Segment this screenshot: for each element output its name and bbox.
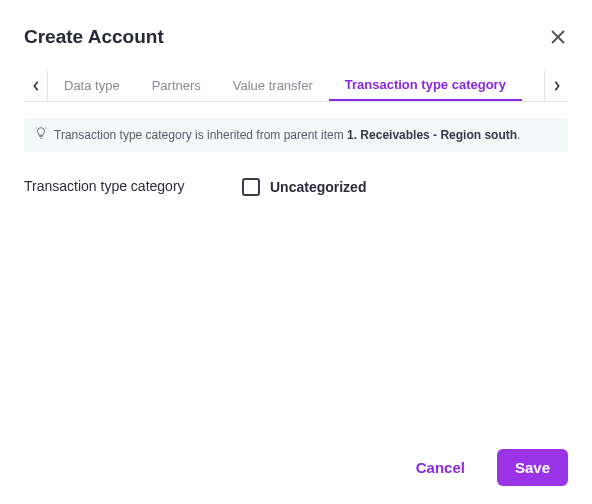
- tabs-scroll-right[interactable]: [544, 70, 568, 101]
- hint-text: Transaction type category is inherited f…: [54, 128, 520, 142]
- form-area: Transaction type category Uncategorized: [24, 178, 568, 196]
- tab-transaction-type-category[interactable]: Transaction type category: [329, 70, 522, 101]
- uncategorized-label: Uncategorized: [270, 179, 366, 195]
- transaction-type-category-label: Transaction type category: [24, 178, 220, 194]
- cancel-button[interactable]: Cancel: [398, 449, 483, 486]
- hint-prefix: Transaction type category is inherited f…: [54, 128, 347, 142]
- uncategorized-row: Uncategorized: [242, 178, 366, 196]
- inheritance-hint: Transaction type category is inherited f…: [24, 118, 568, 152]
- tab-data-type[interactable]: Data type: [48, 70, 136, 101]
- chevron-left-icon: [32, 81, 40, 91]
- hint-suffix: .: [517, 128, 520, 142]
- chevron-right-icon: [553, 81, 561, 91]
- svg-line-4: [46, 128, 47, 129]
- dialog-footer: Cancel Save: [398, 449, 568, 486]
- save-button[interactable]: Save: [497, 449, 568, 486]
- uncategorized-checkbox[interactable]: [242, 178, 260, 196]
- tab-value-transfer[interactable]: Value transfer: [217, 70, 329, 101]
- lightbulb-icon: [34, 126, 48, 144]
- tab-partners[interactable]: Partners: [136, 70, 217, 101]
- tabs-row: Data type Partners Value transfer Transa…: [24, 70, 568, 102]
- dialog-title: Create Account: [24, 26, 164, 48]
- create-account-dialog: Create Account Data type Partners Value …: [0, 0, 592, 504]
- tabs-container: Data type Partners Value transfer Transa…: [48, 70, 544, 101]
- dialog-header: Create Account: [24, 26, 568, 48]
- tabs-scroll-left[interactable]: [24, 70, 48, 101]
- close-icon: [551, 30, 565, 44]
- hint-bold: 1. Receivables - Region south: [347, 128, 517, 142]
- svg-line-3: [36, 128, 37, 129]
- close-button[interactable]: [548, 27, 568, 47]
